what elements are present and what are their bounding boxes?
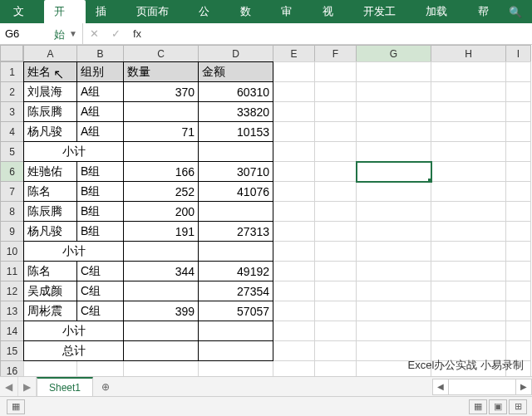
cell-H11[interactable] [431,262,506,281]
hscroll-track[interactable] [449,379,515,395]
cell-H1[interactable] [431,62,506,82]
row-header-10[interactable]: 10 [1,242,24,262]
cell-C3[interactable] [124,102,199,122]
cell-D10[interactable] [199,242,273,262]
cell-H4[interactable] [431,122,506,142]
cell-F2[interactable] [315,82,357,102]
cell-I14[interactable] [506,321,531,341]
search-icon[interactable]: 🔍 [509,6,529,18]
cell-A5[interactable]: 小计 [24,142,124,162]
cell-H9[interactable] [431,222,506,242]
cell-G13[interactable] [357,301,431,321]
cell-B2[interactable]: A组 [77,82,124,102]
cell-I6[interactable] [506,162,531,182]
cell-F14[interactable] [315,321,357,341]
cell-F11[interactable] [315,262,357,281]
cell-A11[interactable]: 陈名 [24,262,77,281]
cell-D13[interactable]: 57057 [199,301,273,321]
cell-E1[interactable] [273,62,315,82]
ribbon-tab-8[interactable]: 开发工具 [353,0,416,23]
cell-G7[interactable] [357,182,431,202]
cell-D5[interactable] [199,142,273,162]
cell-A3[interactable]: 陈辰腾 [24,102,77,122]
cell-D3[interactable]: 33820 [199,102,273,122]
cell-H14[interactable] [431,321,506,341]
cell-I5[interactable] [506,142,531,162]
cell-E3[interactable] [273,102,315,122]
row-header-7[interactable]: 7 [1,182,24,202]
cell-I8[interactable] [506,202,531,222]
row-header-5[interactable]: 5 [1,142,24,162]
cell-I9[interactable] [506,222,531,242]
row-header-6[interactable]: 6 [1,162,24,182]
cell-I2[interactable] [506,82,531,102]
cell-C1[interactable]: 数量 [124,62,199,82]
cell-H8[interactable] [431,202,506,222]
sheet-nav-next[interactable]: ▶ [18,377,37,396]
col-header-C[interactable]: C [124,46,199,62]
cell-E4[interactable] [273,122,315,142]
sheet-nav-prev[interactable]: ◀ [0,377,18,396]
cell-F3[interactable] [315,102,357,122]
cell-H3[interactable] [431,102,506,122]
insert-function-button[interactable]: fx [126,27,148,40]
cell-B6[interactable]: B组 [77,162,124,182]
cell-D15[interactable] [199,341,273,361]
cell-G9[interactable] [357,222,431,242]
cell-A7[interactable]: 陈名 [24,182,77,202]
cell-D4[interactable]: 10153 [199,122,273,142]
cell-A15[interactable]: 总计 [24,341,124,361]
cell-E6[interactable] [273,162,315,182]
cell-A10[interactable]: 小计 [24,242,124,262]
ribbon-tab-4[interactable]: 公式 [189,0,229,23]
row-header-12[interactable]: 12 [1,281,24,301]
cell-C10[interactable] [124,242,199,262]
cell-I7[interactable] [506,182,531,202]
ribbon-tab-9[interactable]: 加载项 [416,0,467,23]
col-header-D[interactable]: D [199,46,273,62]
cell-D12[interactable]: 27354 [199,281,273,301]
cell-H13[interactable] [431,301,506,321]
view-page-break-icon[interactable]: ⊞ [509,399,527,414]
cell-C5[interactable] [124,142,199,162]
cell-I12[interactable] [506,281,531,301]
cell-F6[interactable] [315,162,357,182]
row-header-9[interactable]: 9 [1,222,24,242]
cell-B11[interactable]: C组 [77,262,124,281]
cell-D1[interactable]: 金额 [199,62,273,82]
cell-G10[interactable] [357,242,431,262]
cell-F9[interactable] [315,222,357,242]
cell-H5[interactable] [431,142,506,162]
ribbon-tab-1[interactable]: 开始 [44,0,85,23]
cell-A13[interactable]: 周彬震 [24,301,77,321]
cell-E8[interactable] [273,202,315,222]
col-header-I[interactable]: I [506,46,531,62]
hscroll-right[interactable]: ▶ [515,379,532,395]
cell-E7[interactable] [273,182,315,202]
cell-E15[interactable] [273,341,315,361]
ribbon-tab-3[interactable]: 页面布局 [126,0,189,23]
cell-D7[interactable]: 41076 [199,182,273,202]
cell-B8[interactable]: B组 [77,202,124,222]
cell-H2[interactable] [431,82,506,102]
row-header-3[interactable]: 3 [1,102,24,122]
cell-D11[interactable]: 49192 [199,262,273,281]
cell-D6[interactable]: 30710 [199,162,273,182]
cell-C2[interactable]: 370 [124,82,199,102]
cell-C13[interactable]: 399 [124,301,199,321]
row-header-4[interactable]: 4 [1,122,24,142]
view-normal-icon[interactable]: ▦ [469,399,487,414]
cell-H6[interactable] [431,162,506,182]
cell-E16[interactable] [273,361,315,377]
cell-I1[interactable] [506,62,531,82]
cell-I4[interactable] [506,122,531,142]
cell-D9[interactable]: 27313 [199,222,273,242]
ribbon-tab-6[interactable]: 审阅 [271,0,312,23]
cell-F8[interactable] [315,202,357,222]
row-header-11[interactable]: 11 [1,262,24,281]
cell-F1[interactable] [315,62,357,82]
ribbon-tab-5[interactable]: 数据 [230,0,271,23]
sheet-tab-sheet1[interactable]: Sheet1 [37,377,93,396]
cell-C6[interactable]: 166 [124,162,199,182]
cell-C7[interactable]: 252 [124,182,199,202]
